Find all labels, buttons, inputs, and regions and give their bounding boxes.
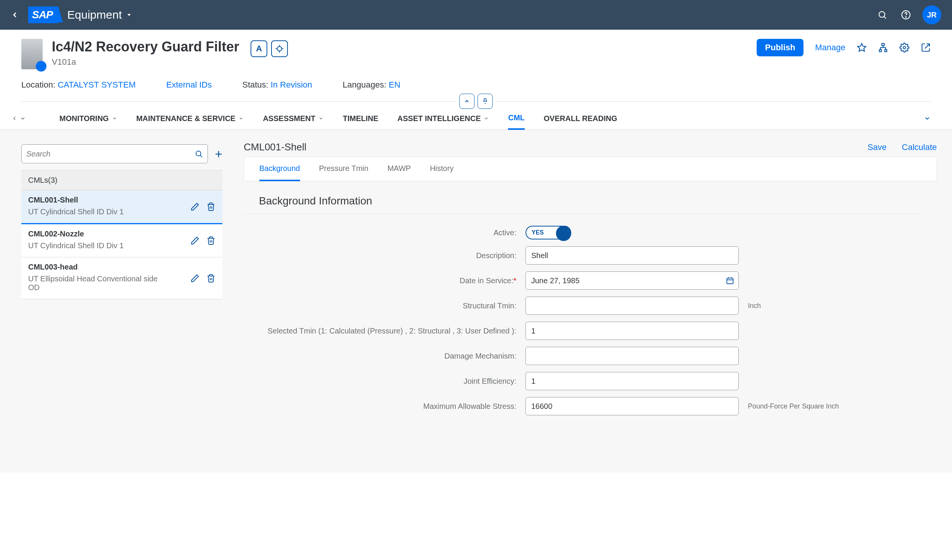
svg-rect-12 — [879, 49, 881, 51]
meta-languages: Languages: EN — [343, 80, 401, 90]
subtab-background[interactable]: Background — [259, 157, 300, 181]
cml-item-title: CML003-head — [28, 263, 216, 271]
tab-cml[interactable]: CML — [508, 107, 524, 130]
svg-point-5 — [277, 46, 282, 51]
cml-detail-panel: CML001-Shell Save Calculate Background P… — [244, 130, 952, 472]
equipment-thumbnail — [21, 39, 43, 69]
svg-point-18 — [903, 46, 906, 49]
label-joint-efficiency: Joint Efficiency: — [244, 376, 526, 386]
svg-rect-11 — [882, 43, 885, 45]
label-structural-tmin: Structural Tmin: — [244, 301, 526, 311]
status-link[interactable]: In Revision — [271, 80, 312, 89]
tab-scroll-menu[interactable] — [20, 115, 26, 121]
tab-assessment[interactable]: ASSESSMENT — [263, 107, 324, 129]
tab-overall-reading[interactable]: OVERALL READING — [544, 107, 617, 129]
delete-icon[interactable] — [206, 236, 216, 245]
external-ids-link[interactable]: External IDs — [166, 80, 212, 89]
label-max-allowable-stress: Maximum Allowable Stress: — [244, 401, 526, 411]
tab-monitoring[interactable]: MONITORING — [59, 107, 117, 129]
calculate-button[interactable]: Calculate — [902, 142, 937, 152]
input-structural-tmin[interactable] — [526, 297, 739, 315]
app-title-dropdown[interactable]: Equipment — [67, 8, 133, 21]
svg-line-2 — [884, 16, 886, 18]
background-form: Active: YES Description: Date in Service… — [244, 214, 937, 415]
object-header: Ic4/N2 Recovery Guard Filter V101a A Pub… — [0, 30, 952, 72]
svg-rect-21 — [727, 278, 733, 284]
tab-timeline[interactable]: TIMELINE — [343, 107, 378, 129]
cml-item-sub: UT Cylindrical Shell ID Div 1 — [28, 241, 158, 250]
input-joint-efficiency[interactable] — [526, 372, 739, 390]
header-collapse-bar — [0, 95, 952, 107]
back-button[interactable] — [11, 11, 19, 19]
cml-list-item[interactable]: CML002-Nozzle UT Cylindrical Shell ID Di… — [21, 224, 222, 257]
input-damage-mechanism[interactable] — [526, 347, 739, 365]
share-icon[interactable] — [921, 43, 931, 53]
subtab-history[interactable]: History — [430, 157, 454, 181]
unit-inch: Inch — [739, 302, 761, 310]
object-subtitle: V101a — [52, 57, 239, 67]
cml-search[interactable] — [21, 144, 208, 163]
edit-icon[interactable] — [190, 274, 200, 283]
cml-side-panel: + CMLs(3) CML001-Shell UT Cylindrical Sh… — [0, 130, 244, 472]
meta-status: Status: In Revision — [242, 80, 312, 90]
user-initials: JR — [927, 11, 937, 19]
meta-location: Location: CATALYST SYSTEM — [21, 80, 136, 90]
badge-a[interactable]: A — [251, 40, 267, 57]
input-selected-tmin[interactable] — [526, 322, 739, 340]
edit-icon[interactable] — [190, 236, 200, 245]
pin-header-button[interactable] — [478, 94, 493, 109]
svg-point-4 — [906, 17, 906, 18]
tab-overflow[interactable] — [924, 115, 931, 122]
tab-scroll-left[interactable] — [11, 115, 18, 121]
cml-search-input[interactable] — [26, 150, 195, 158]
edit-icon[interactable] — [190, 202, 200, 211]
active-toggle[interactable]: YES — [526, 226, 571, 239]
svg-rect-13 — [885, 49, 887, 51]
cml-item-sub: UT Cylindrical Shell ID Div 1 — [28, 207, 158, 216]
input-date-in-service[interactable] — [526, 271, 739, 290]
tab-asset-intelligence[interactable]: ASSET INTELLIGENCE — [398, 107, 489, 129]
settings-icon[interactable] — [899, 43, 909, 53]
location-link[interactable]: CATALYST SYSTEM — [58, 80, 136, 89]
help-icon[interactable] — [899, 8, 913, 22]
collapse-header-button[interactable] — [459, 94, 474, 109]
svg-line-20 — [200, 155, 202, 157]
svg-point-19 — [196, 151, 201, 156]
save-button[interactable]: Save — [867, 142, 887, 152]
svg-point-1 — [879, 11, 885, 17]
add-cml-button[interactable]: + — [215, 147, 222, 161]
tab-maintenance[interactable]: MAINTENANCE & SERVICE — [136, 107, 244, 129]
cml-list-item[interactable]: CML001-Shell UT Cylindrical Shell ID Div… — [21, 190, 222, 224]
hierarchy-icon[interactable] — [878, 43, 888, 53]
input-max-allowable-stress[interactable] — [526, 397, 739, 415]
search-icon[interactable] — [875, 8, 890, 22]
manage-link[interactable]: Manage — [815, 43, 845, 53]
detail-subtabs: Background Pressure Tmin MAWP History — [244, 157, 937, 181]
unit-psi: Pound-Force Per Square Inch — [739, 402, 839, 410]
favorite-icon[interactable] — [857, 43, 867, 53]
badge-indicator[interactable] — [271, 40, 288, 57]
subtab-pressure-tmin[interactable]: Pressure Tmin — [319, 157, 369, 181]
delete-icon[interactable] — [206, 274, 216, 283]
cml-list-item[interactable]: CML003-head UT Ellipsoidal Head Conventi… — [21, 257, 222, 299]
cml-item-title: CML001-Shell — [28, 196, 216, 204]
input-description[interactable] — [526, 246, 739, 265]
delete-icon[interactable] — [206, 202, 216, 211]
toggle-knob — [556, 226, 571, 241]
app-title: Equipment — [67, 8, 122, 21]
svg-marker-10 — [858, 43, 866, 51]
subtab-mawp[interactable]: MAWP — [387, 157, 411, 181]
user-avatar[interactable]: JR — [922, 5, 941, 24]
meta-row: Location: CATALYST SYSTEM External IDs S… — [0, 72, 952, 95]
svg-marker-0 — [128, 14, 131, 16]
label-selected-tmin: Selected Tmin (1: Calculated (Pressure) … — [244, 326, 526, 336]
label-date-in-service: Date in Service:* — [244, 276, 526, 286]
language-link[interactable]: EN — [389, 80, 401, 89]
calendar-icon[interactable] — [726, 276, 734, 285]
shell-header: SAP Equipment JR — [0, 0, 952, 30]
search-icon[interactable] — [195, 150, 203, 158]
section-title: Background Information — [244, 181, 922, 214]
sap-logo[interactable]: SAP — [28, 6, 58, 23]
label-damage-mechanism: Damage Mechanism: — [244, 351, 526, 361]
publish-button[interactable]: Publish — [757, 39, 803, 56]
